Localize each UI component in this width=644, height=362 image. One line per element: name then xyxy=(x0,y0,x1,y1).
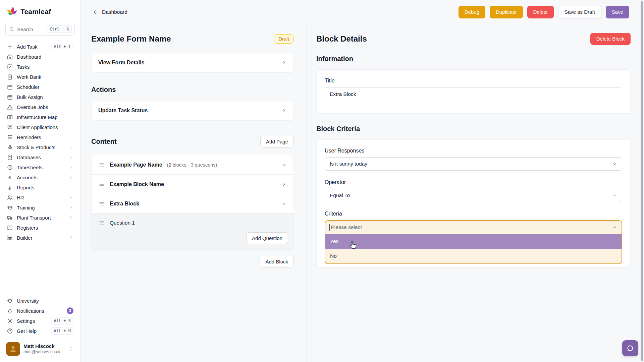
bell-icon xyxy=(7,308,13,314)
user-menu[interactable]: Matt Hiscock matt@senses.co.uk xyxy=(5,341,75,357)
update-task-status-card[interactable]: Update Task Status xyxy=(91,101,294,120)
save-as-draft-button[interactable]: Save as Draft xyxy=(558,6,601,18)
sidebar-item-label: Settings xyxy=(17,318,35,324)
sidebar-item-settings[interactable]: Settings Alt + S xyxy=(5,316,75,326)
criteria-option-yes[interactable]: Yes xyxy=(325,234,622,249)
sidebar-item-timesheets[interactable]: Timesheets xyxy=(5,162,75,172)
criteria-combobox: Please select Yes No xyxy=(325,220,622,264)
sidebar-item-databases[interactable]: Databases xyxy=(5,152,75,162)
chevron-right-icon[interactable] xyxy=(281,182,287,187)
sidebar-item-tasks[interactable]: Tasks xyxy=(5,62,75,72)
add-page-button[interactable]: Add Page xyxy=(260,136,294,147)
sidebar-item-work-bank[interactable]: Work Bank xyxy=(5,72,75,82)
users-icon xyxy=(7,194,13,201)
question-row[interactable]: Question 1 xyxy=(92,214,293,232)
calendar-icon xyxy=(7,84,13,90)
sidebar-item-get-help[interactable]: Get Help Alt + H xyxy=(5,326,75,336)
title-input[interactable] xyxy=(325,87,622,101)
search-input[interactable]: Search Ctrl + K xyxy=(5,23,75,36)
block-details-panel: Block Details Delete Block Information T… xyxy=(307,24,644,362)
debug-button[interactable]: Debug xyxy=(459,6,485,18)
kebab-menu-icon[interactable] xyxy=(68,346,74,352)
sidebar-item-label: Reports xyxy=(17,185,35,190)
extra-block-expanded-zone: Question 1 Add Question xyxy=(92,214,293,249)
content-list: Example Page Name (2 blocks - 3 question… xyxy=(91,155,294,250)
drag-handle-icon[interactable] xyxy=(98,220,105,226)
content-heading: Content xyxy=(91,138,117,145)
sidebar-item-registers[interactable]: Registers xyxy=(5,223,75,233)
sidebar-item-hr[interactable]: HR xyxy=(5,192,75,202)
sidebar-item-dashboard[interactable]: Dashboard xyxy=(5,52,75,62)
brand-logo: Teamleaf xyxy=(5,5,75,23)
operator-select[interactable]: Equal To xyxy=(325,189,622,202)
clipboard-icon xyxy=(7,74,13,80)
chevron-right-icon xyxy=(281,60,287,65)
user-email: matt@senses.co.uk xyxy=(23,350,60,355)
chevron-down-icon[interactable] xyxy=(281,201,287,206)
back-to-dashboard-link[interactable]: Dashboard xyxy=(93,9,127,15)
user-responses-select[interactable]: Is it sunny today xyxy=(325,157,622,171)
criteria-select-control[interactable]: Please select xyxy=(325,221,622,234)
sidebar-item-builder[interactable]: Builder xyxy=(5,233,75,243)
sidebar-item-label: Work Bank xyxy=(17,74,41,80)
sidebar-item-university[interactable]: University xyxy=(5,296,75,306)
chevron-down-icon xyxy=(612,161,617,167)
chat-fab-button[interactable] xyxy=(622,340,638,356)
sidebar-item-label: Plant Transport xyxy=(17,215,51,221)
scrollbar[interactable] xyxy=(641,1,643,361)
actions-heading: Actions xyxy=(91,86,294,94)
block-row-extra-block[interactable]: Extra Block xyxy=(92,194,293,214)
sidebar-item-plant-transport[interactable]: Plant Transport xyxy=(5,213,75,223)
sidebar-item-bulk-assign[interactable]: Bulk Assign xyxy=(5,92,75,102)
sidebar-item-overdue-jobs[interactable]: Overdue Jobs xyxy=(5,102,75,112)
arrow-left-icon xyxy=(93,9,99,15)
block-details-heading: Block Details xyxy=(316,34,367,44)
teamleaf-logo-icon xyxy=(6,6,17,17)
block-row-example-block[interactable]: Example Block Name xyxy=(92,175,293,194)
criteria-option-no[interactable]: No xyxy=(325,249,622,263)
sidebar-item-label: Timesheets xyxy=(17,165,43,170)
view-form-details-label: View Form Details xyxy=(98,60,145,66)
save-button[interactable]: Save xyxy=(606,6,629,18)
sidebar-item-training[interactable]: Training xyxy=(5,202,75,213)
sidebar-item-accounts[interactable]: £ Accounts xyxy=(5,172,75,182)
drag-handle-icon[interactable] xyxy=(98,162,105,168)
criteria-placeholder-wrap: Please select xyxy=(329,224,362,231)
drag-handle-icon[interactable] xyxy=(98,200,105,207)
sidebar-item-stock-products[interactable]: Stock & Products xyxy=(5,142,75,152)
chevron-right-icon xyxy=(69,165,73,170)
truck-icon xyxy=(7,215,13,221)
sidebar-item-client-applications[interactable]: Client Applications xyxy=(5,122,75,132)
criteria-options-menu: Yes No xyxy=(325,234,622,263)
user-responses-value: Is it sunny today xyxy=(330,161,367,167)
delete-button[interactable]: Delete xyxy=(527,6,554,18)
sidebar-item-label: Get Help xyxy=(17,328,37,334)
sidebar-item-reminders[interactable]: Reminders xyxy=(5,132,75,142)
sidebar-item-label: Training xyxy=(17,205,35,210)
sidebar-item-label: Reminders xyxy=(17,134,41,140)
duplicate-button[interactable]: Duplicate xyxy=(490,6,523,18)
sidebar-item-scheduler[interactable]: Scheduler xyxy=(5,82,75,92)
chevron-right-icon xyxy=(69,215,73,220)
view-form-details-card[interactable]: View Form Details xyxy=(91,53,294,72)
graduation-cap-icon xyxy=(7,298,13,304)
sidebar-item-notifications[interactable]: Notifications 3 xyxy=(5,306,75,316)
delete-block-button[interactable]: Delete Block xyxy=(590,33,631,45)
drag-handle-icon[interactable] xyxy=(98,181,105,188)
page-row[interactable]: Example Page Name (2 blocks - 3 question… xyxy=(92,155,293,175)
clock-icon xyxy=(7,164,13,171)
add-question-button[interactable]: Add Question xyxy=(246,232,288,244)
user-responses-label: User Responses xyxy=(325,148,622,154)
sidebar-footer: University Notifications 3 Settings Alt … xyxy=(5,296,75,357)
chevron-right-icon xyxy=(69,235,73,240)
sidebar-item-label: Add Task xyxy=(17,44,37,50)
alert-triangle-icon xyxy=(7,104,13,110)
add-block-button[interactable]: Add Block xyxy=(260,256,294,267)
criteria-label: Criteria xyxy=(325,211,622,217)
sidebar-item-label: Builder xyxy=(17,235,33,241)
sidebar-item-reports[interactable]: Reports xyxy=(5,182,75,192)
sidebar-item-infrastructure-map[interactable]: Infrastructure Map xyxy=(5,112,75,122)
sidebar-item-add-task[interactable]: Add Task Alt + T xyxy=(5,42,75,52)
chevron-down-icon[interactable] xyxy=(281,162,287,168)
shortcut-badge: Alt + T xyxy=(51,43,73,50)
